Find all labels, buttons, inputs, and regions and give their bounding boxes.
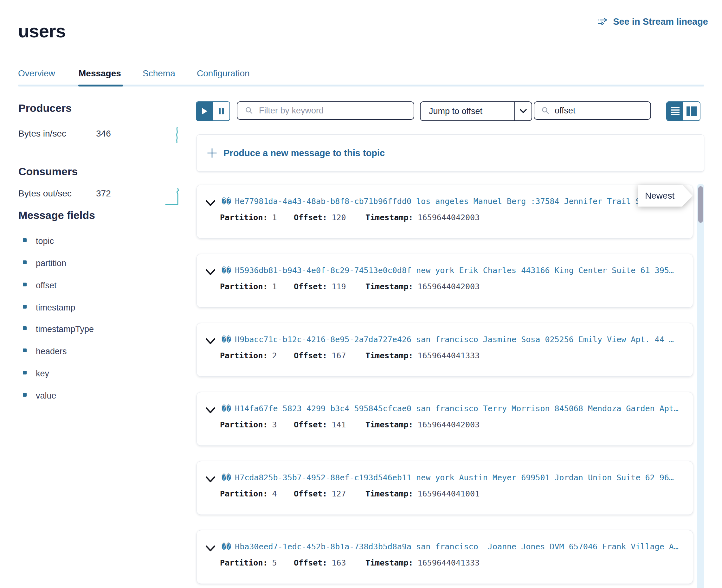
tabs-underline-active	[78, 85, 123, 86]
list-view-icon	[671, 107, 680, 115]
timestamp-value: 1659644041333	[413, 351, 480, 360]
newest-tooltip-label: Newest	[645, 191, 675, 201]
message-key: H5936db81-b943-4e0f-8c29-74513e0c0d8f ne…	[235, 266, 674, 275]
play-pause-toggle	[196, 101, 230, 121]
expand-chevron-icon[interactable]	[205, 269, 215, 276]
scrollbar-thumb[interactable]	[698, 186, 703, 223]
expand-chevron-icon[interactable]	[205, 338, 215, 345]
timestamp-value: 1659644041001	[413, 489, 480, 498]
expand-chevron-icon[interactable]	[205, 476, 215, 483]
offset-search-field	[534, 101, 651, 120]
list-view-button[interactable]	[667, 102, 683, 120]
keyword-filter-input[interactable]	[258, 105, 414, 116]
produce-message-button[interactable]: Produce a new message to this topic	[197, 134, 704, 172]
play-icon	[202, 108, 208, 115]
bullet-icon	[23, 238, 27, 242]
offset-value: 167	[327, 351, 346, 360]
pause-button[interactable]	[213, 102, 229, 120]
message-key: H14fa67fe-5823-4299-b3c4-595845cfcae0 sa…	[235, 404, 679, 413]
bytes-out-label: Bytes out/sec	[18, 189, 71, 198]
scrollbar-track[interactable]	[697, 184, 704, 588]
bytes-out-value: 372	[96, 189, 111, 198]
bullet-icon	[23, 282, 27, 287]
expand-chevron-icon[interactable]	[205, 200, 215, 207]
expand-chevron-icon[interactable]	[205, 545, 215, 552]
bullet-icon	[23, 371, 27, 375]
bullet-icon	[23, 326, 27, 330]
stream-lineage-label: See in Stream lineage	[613, 17, 708, 27]
bytes-out-sparkline	[165, 187, 179, 205]
key-glyphs: ��	[222, 197, 231, 206]
offset-value: 141	[327, 420, 346, 429]
tab-schema[interactable]: Schema	[143, 68, 175, 79]
message-key: H7cda825b-35b7-4952-88ef-c193d546eb11 ne…	[235, 473, 674, 482]
bullet-icon	[23, 260, 27, 264]
partition-value: 5	[268, 558, 277, 567]
stream-lineage-link[interactable]: See in Stream lineage	[598, 17, 708, 27]
plus-icon	[207, 148, 217, 158]
bullet-icon	[23, 349, 27, 352]
newest-tooltip: Newest	[638, 185, 693, 207]
message-fields-heading: Message fields	[18, 209, 95, 222]
chevron-down-icon	[520, 109, 527, 113]
message-row[interactable]: ��H9bacc71c-b12c-4216-8e95-2a7da727e426 …	[197, 323, 693, 377]
bytes-in-value: 346	[96, 129, 111, 139]
partition-value: 1	[268, 213, 277, 222]
offset-search-input[interactable]	[554, 105, 651, 116]
lineage-arrows-icon	[598, 17, 609, 26]
timestamp-value: 1659644041333	[413, 558, 480, 567]
timestamp-value: 1659644042003	[413, 420, 480, 429]
keyword-filter-field	[237, 101, 414, 120]
key-glyphs: ��	[222, 335, 231, 344]
offset-value: 120	[327, 213, 346, 222]
expand-chevron-icon[interactable]	[205, 407, 215, 414]
message-key: He77981da-4a43-48ab-b8f8-cb71b96ffdd0 lo…	[235, 197, 640, 206]
partition-value: 4	[268, 489, 277, 498]
producers-heading: Producers	[18, 102, 71, 114]
key-glyphs: ��	[222, 473, 231, 482]
partition-value: 1	[268, 282, 277, 291]
page-title: users	[18, 20, 66, 42]
key-glyphs: ��	[222, 404, 231, 413]
message-row[interactable]: ��H14fa67fe-5823-4299-b3c4-595845cfcae0 …	[197, 392, 693, 446]
message-key: Hba30eed7-1edc-452b-8b1a-738d3b5d8a9a sa…	[235, 542, 679, 551]
play-button[interactable]	[197, 102, 213, 120]
tab-messages[interactable]: Messages	[79, 68, 121, 79]
partition-value: 2	[268, 351, 277, 360]
view-mode-toggle	[666, 101, 700, 121]
tab-configuration[interactable]: Configuration	[197, 68, 250, 79]
message-row[interactable]: ��H7cda825b-35b7-4952-88ef-c193d546eb11 …	[197, 461, 693, 515]
consumers-heading: Consumers	[18, 165, 78, 178]
message-row[interactable]: ��He77981da-4a43-48ab-b8f8-cb71b96ffdd0 …	[197, 185, 693, 238]
split-view-button[interactable]	[683, 102, 700, 120]
bytes-in-sparkline	[174, 127, 180, 143]
select-chevron-cell	[514, 102, 532, 120]
bullet-icon	[23, 393, 27, 397]
bytes-in-label: Bytes in/sec	[18, 129, 66, 139]
key-glyphs: ��	[222, 542, 231, 551]
split-view-icon	[686, 106, 697, 116]
offset-value: 127	[327, 489, 346, 498]
produce-message-label: Produce a new message to this topic	[224, 148, 385, 159]
partition-value: 3	[268, 420, 277, 429]
message-row[interactable]: ��H5936db81-b943-4e0f-8c29-74513e0c0d8f …	[197, 254, 693, 308]
tab-overview[interactable]: Overview	[18, 68, 55, 79]
topic-messages-page: users See in Stream lineage Overview Mes…	[0, 0, 722, 588]
timestamp-value: 1659644042003	[413, 213, 480, 222]
jump-to-offset-value: Jump to offset	[420, 102, 514, 120]
pause-icon	[219, 108, 224, 115]
message-key: H9bacc71c-b12c-4216-8e95-2a7da727e426 sa…	[235, 335, 674, 344]
timestamp-value: 1659644042003	[413, 282, 480, 291]
offset-value: 163	[327, 558, 346, 567]
search-icon	[245, 106, 253, 115]
bullet-icon	[23, 305, 27, 309]
jump-to-offset-select[interactable]: Jump to offset	[420, 101, 532, 121]
message-row[interactable]: ��Hba30eed7-1edc-452b-8b1a-738d3b5d8a9a …	[197, 530, 693, 584]
search-icon	[541, 106, 550, 115]
key-glyphs: ��	[222, 266, 231, 275]
offset-value: 119	[327, 282, 346, 291]
